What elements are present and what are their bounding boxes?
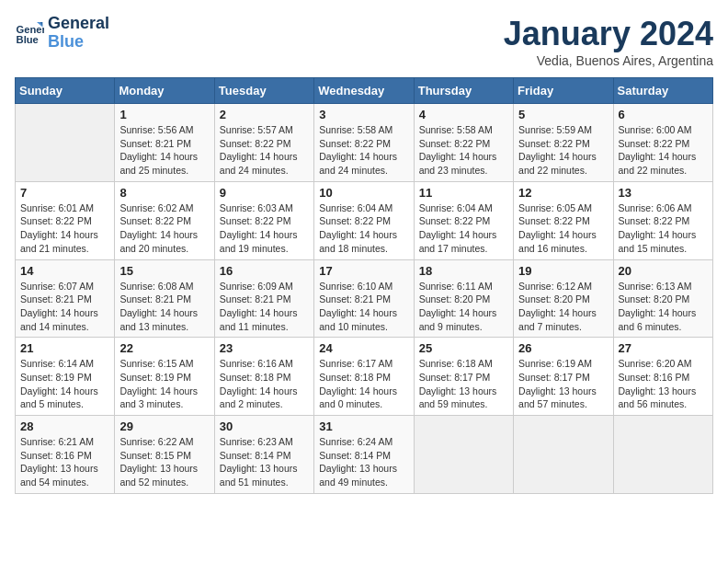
calendar-cell: 30Sunrise: 6:23 AM Sunset: 8:14 PM Dayli…	[214, 416, 313, 494]
day-info: Sunrise: 6:13 AM Sunset: 8:20 PM Dayligh…	[619, 280, 708, 334]
calendar-cell	[16, 104, 115, 182]
calendar-cell: 7Sunrise: 6:01 AM Sunset: 8:22 PM Daylig…	[16, 181, 115, 259]
day-info: Sunrise: 6:17 AM Sunset: 8:18 PM Dayligh…	[319, 357, 408, 411]
calendar-cell: 14Sunrise: 6:07 AM Sunset: 8:21 PM Dayli…	[16, 259, 115, 338]
day-number: 6	[619, 108, 708, 121]
week-row-4: 21Sunrise: 6:14 AM Sunset: 8:19 PM Dayli…	[16, 338, 713, 416]
calendar-cell: 11Sunrise: 6:04 AM Sunset: 8:22 PM Dayli…	[414, 181, 513, 259]
calendar-cell: 1Sunrise: 5:56 AM Sunset: 8:21 PM Daylig…	[115, 104, 214, 182]
day-number: 17	[319, 264, 408, 278]
day-info: Sunrise: 6:14 AM Sunset: 8:19 PM Dayligh…	[20, 357, 109, 411]
calendar-cell: 5Sunrise: 5:59 AM Sunset: 8:22 PM Daylig…	[514, 104, 613, 182]
calendar-header: SundayMondayTuesdayWednesdayThursdayFrid…	[16, 78, 713, 104]
week-row-2: 7Sunrise: 6:01 AM Sunset: 8:22 PM Daylig…	[16, 181, 713, 259]
calendar-cell: 23Sunrise: 6:16 AM Sunset: 8:18 PM Dayli…	[214, 338, 313, 416]
calendar-cell: 15Sunrise: 6:08 AM Sunset: 8:21 PM Dayli…	[115, 259, 214, 338]
day-info: Sunrise: 6:05 AM Sunset: 8:22 PM Dayligh…	[518, 201, 608, 256]
calendar-cell: 31Sunrise: 6:24 AM Sunset: 8:14 PM Dayli…	[314, 416, 414, 494]
day-info: Sunrise: 6:19 AM Sunset: 8:17 PM Dayligh…	[518, 357, 608, 411]
weekday-header-friday: Friday	[514, 78, 613, 104]
week-row-5: 28Sunrise: 6:21 AM Sunset: 8:16 PM Dayli…	[16, 416, 713, 494]
day-number: 15	[119, 264, 209, 278]
day-number: 29	[119, 419, 209, 433]
calendar-cell: 18Sunrise: 6:11 AM Sunset: 8:20 PM Dayli…	[414, 259, 513, 338]
weekday-header-monday: Monday	[115, 78, 214, 104]
day-number: 24	[319, 341, 408, 355]
day-number: 14	[20, 264, 109, 278]
day-number: 12	[518, 186, 608, 200]
day-number: 3	[319, 108, 408, 121]
day-info: Sunrise: 6:10 AM Sunset: 8:21 PM Dayligh…	[319, 280, 408, 334]
day-number: 8	[119, 186, 209, 200]
day-number: 31	[319, 419, 408, 433]
calendar-cell: 25Sunrise: 6:18 AM Sunset: 8:17 PM Dayli…	[414, 338, 513, 416]
day-info: Sunrise: 6:22 AM Sunset: 8:15 PM Dayligh…	[119, 435, 209, 489]
day-info: Sunrise: 6:07 AM Sunset: 8:21 PM Dayligh…	[20, 280, 109, 334]
calendar-cell: 6Sunrise: 6:00 AM Sunset: 8:22 PM Daylig…	[613, 104, 712, 182]
svg-text:General: General	[17, 24, 44, 35]
calendar-cell: 24Sunrise: 6:17 AM Sunset: 8:18 PM Dayli…	[314, 338, 414, 416]
logo-line2: Blue	[48, 32, 84, 51]
day-info: Sunrise: 6:03 AM Sunset: 8:22 PM Dayligh…	[220, 201, 309, 256]
calendar-cell: 13Sunrise: 6:06 AM Sunset: 8:22 PM Dayli…	[613, 181, 712, 259]
day-number: 5	[518, 108, 608, 121]
calendar-cell: 19Sunrise: 6:12 AM Sunset: 8:20 PM Dayli…	[514, 259, 613, 338]
day-number: 13	[619, 186, 708, 200]
day-number: 4	[419, 108, 508, 121]
day-info: Sunrise: 6:23 AM Sunset: 8:14 PM Dayligh…	[220, 435, 309, 489]
weekday-header-wednesday: Wednesday	[314, 78, 414, 104]
day-number: 16	[220, 264, 309, 278]
logo-text: General Blue	[48, 15, 109, 52]
calendar-cell	[613, 416, 712, 494]
calendar-cell: 8Sunrise: 6:02 AM Sunset: 8:22 PM Daylig…	[115, 181, 214, 259]
month-title: January 2024	[504, 15, 713, 53]
calendar-body: 1Sunrise: 5:56 AM Sunset: 8:21 PM Daylig…	[16, 104, 713, 494]
day-info: Sunrise: 6:12 AM Sunset: 8:20 PM Dayligh…	[518, 280, 608, 334]
day-number: 30	[220, 419, 309, 433]
day-number: 21	[20, 341, 109, 355]
weekday-header-thursday: Thursday	[414, 78, 513, 104]
calendar-cell: 29Sunrise: 6:22 AM Sunset: 8:15 PM Dayli…	[115, 416, 214, 494]
weekday-row: SundayMondayTuesdayWednesdayThursdayFrid…	[16, 78, 713, 104]
calendar-cell: 17Sunrise: 6:10 AM Sunset: 8:21 PM Dayli…	[314, 259, 414, 338]
day-info: Sunrise: 6:06 AM Sunset: 8:22 PM Dayligh…	[619, 201, 708, 256]
day-number: 19	[518, 264, 608, 278]
logo: General Blue General Blue	[15, 15, 109, 52]
day-number: 1	[119, 108, 209, 121]
day-number: 20	[619, 264, 708, 278]
page-header: General Blue General Blue January 2024 V…	[15, 15, 713, 68]
day-number: 27	[619, 341, 708, 355]
calendar-cell: 22Sunrise: 6:15 AM Sunset: 8:19 PM Dayli…	[115, 338, 214, 416]
title-block: January 2024 Vedia, Buenos Aires, Argent…	[504, 15, 713, 68]
day-number: 9	[220, 186, 309, 200]
day-info: Sunrise: 6:09 AM Sunset: 8:21 PM Dayligh…	[220, 280, 309, 334]
day-info: Sunrise: 6:24 AM Sunset: 8:14 PM Dayligh…	[319, 435, 408, 489]
day-info: Sunrise: 6:08 AM Sunset: 8:21 PM Dayligh…	[119, 280, 209, 334]
day-number: 2	[220, 108, 309, 121]
day-info: Sunrise: 6:20 AM Sunset: 8:16 PM Dayligh…	[619, 357, 708, 411]
day-number: 10	[319, 186, 408, 200]
day-info: Sunrise: 6:15 AM Sunset: 8:19 PM Dayligh…	[119, 357, 209, 411]
calendar-cell: 12Sunrise: 6:05 AM Sunset: 8:22 PM Dayli…	[514, 181, 613, 259]
calendar-cell	[414, 416, 513, 494]
calendar-cell: 4Sunrise: 5:58 AM Sunset: 8:22 PM Daylig…	[414, 104, 513, 182]
day-info: Sunrise: 6:11 AM Sunset: 8:20 PM Dayligh…	[419, 280, 508, 334]
day-info: Sunrise: 6:04 AM Sunset: 8:22 PM Dayligh…	[319, 201, 408, 256]
day-number: 25	[419, 341, 508, 355]
day-info: Sunrise: 6:01 AM Sunset: 8:22 PM Dayligh…	[20, 201, 109, 256]
week-row-3: 14Sunrise: 6:07 AM Sunset: 8:21 PM Dayli…	[16, 259, 713, 338]
day-number: 7	[20, 186, 109, 200]
weekday-header-tuesday: Tuesday	[214, 78, 313, 104]
day-info: Sunrise: 5:57 AM Sunset: 8:22 PM Dayligh…	[220, 123, 309, 178]
day-info: Sunrise: 6:18 AM Sunset: 8:17 PM Dayligh…	[419, 357, 508, 411]
calendar-cell: 20Sunrise: 6:13 AM Sunset: 8:20 PM Dayli…	[613, 259, 712, 338]
day-info: Sunrise: 6:21 AM Sunset: 8:16 PM Dayligh…	[20, 435, 109, 489]
day-number: 23	[220, 341, 309, 355]
weekday-header-saturday: Saturday	[613, 78, 712, 104]
day-number: 28	[20, 419, 109, 433]
location: Vedia, Buenos Aires, Argentina	[504, 53, 713, 68]
calendar-cell: 3Sunrise: 5:58 AM Sunset: 8:22 PM Daylig…	[314, 104, 414, 182]
day-info: Sunrise: 5:58 AM Sunset: 8:22 PM Dayligh…	[419, 123, 508, 178]
day-info: Sunrise: 5:56 AM Sunset: 8:21 PM Dayligh…	[119, 123, 209, 178]
calendar-cell: 26Sunrise: 6:19 AM Sunset: 8:17 PM Dayli…	[514, 338, 613, 416]
